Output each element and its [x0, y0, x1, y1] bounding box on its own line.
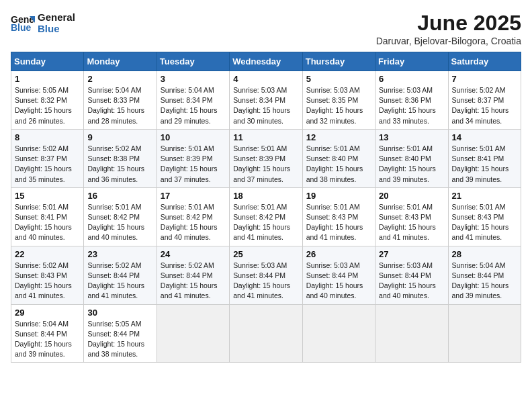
day-number: 27: [379, 249, 444, 259]
table-row: 5Sunrise: 5:03 AM Sunset: 8:35 PM Daylig…: [302, 71, 375, 130]
col-wednesday: Wednesday: [230, 52, 302, 71]
table-row: 2Sunrise: 5:04 AM Sunset: 8:33 PM Daylig…: [84, 71, 157, 130]
day-number: 21: [452, 191, 517, 201]
table-row: 20Sunrise: 5:01 AM Sunset: 8:43 PM Dayli…: [375, 187, 448, 246]
svg-text:Blue: Blue: [11, 22, 32, 33]
day-info: Sunrise: 5:04 AM Sunset: 8:44 PM Dayligh…: [452, 261, 517, 302]
day-info: Sunrise: 5:01 AM Sunset: 8:42 PM Dayligh…: [161, 202, 226, 243]
table-row: 28Sunrise: 5:04 AM Sunset: 8:44 PM Dayli…: [448, 246, 521, 304]
day-info: Sunrise: 5:01 AM Sunset: 8:42 PM Dayligh…: [233, 202, 298, 243]
logo: General Blue General Blue: [11, 11, 75, 35]
table-row: 24Sunrise: 5:02 AM Sunset: 8:44 PM Dayli…: [157, 246, 229, 304]
day-number: 19: [306, 191, 371, 201]
day-info: Sunrise: 5:04 AM Sunset: 8:33 PM Dayligh…: [87, 85, 152, 126]
table-row: 12Sunrise: 5:01 AM Sunset: 8:40 PM Dayli…: [302, 129, 375, 187]
day-number: 1: [15, 74, 80, 84]
col-friday: Friday: [375, 52, 448, 71]
day-info: Sunrise: 5:03 AM Sunset: 8:34 PM Dayligh…: [233, 85, 298, 126]
day-info: Sunrise: 5:02 AM Sunset: 8:38 PM Dayligh…: [87, 144, 152, 185]
table-row: 26Sunrise: 5:03 AM Sunset: 8:44 PM Dayli…: [302, 246, 375, 304]
day-number: 10: [161, 132, 226, 142]
table-row: 30Sunrise: 5:05 AM Sunset: 8:44 PM Dayli…: [84, 304, 157, 363]
table-row: 6Sunrise: 5:03 AM Sunset: 8:36 PM Daylig…: [375, 71, 448, 130]
table-row: 27Sunrise: 5:03 AM Sunset: 8:44 PM Dayli…: [375, 246, 448, 304]
day-number: 17: [161, 191, 226, 201]
day-info: Sunrise: 5:02 AM Sunset: 8:37 PM Dayligh…: [15, 144, 80, 185]
day-number: 30: [87, 308, 152, 318]
title-block: June 2025 Daruvar, Bjelovar-Bilogora, Cr…: [376, 11, 521, 46]
day-number: 16: [87, 191, 152, 201]
table-row: 13Sunrise: 5:01 AM Sunset: 8:40 PM Dayli…: [375, 129, 448, 187]
table-row: 17Sunrise: 5:01 AM Sunset: 8:42 PM Dayli…: [157, 187, 229, 246]
table-row: 4Sunrise: 5:03 AM Sunset: 8:34 PM Daylig…: [230, 71, 302, 130]
day-number: 3: [161, 74, 226, 84]
day-info: Sunrise: 5:01 AM Sunset: 8:40 PM Dayligh…: [306, 144, 371, 185]
day-info: Sunrise: 5:01 AM Sunset: 8:43 PM Dayligh…: [379, 202, 444, 243]
day-info: Sunrise: 5:03 AM Sunset: 8:44 PM Dayligh…: [379, 261, 444, 302]
day-info: Sunrise: 5:01 AM Sunset: 8:43 PM Dayligh…: [452, 202, 517, 243]
day-number: 12: [306, 132, 371, 142]
col-monday: Monday: [84, 52, 157, 71]
day-number: 28: [452, 249, 517, 259]
day-number: 24: [161, 249, 226, 259]
day-info: Sunrise: 5:03 AM Sunset: 8:36 PM Dayligh…: [379, 85, 444, 126]
table-row: 1Sunrise: 5:05 AM Sunset: 8:32 PM Daylig…: [11, 71, 84, 130]
day-number: 5: [306, 74, 371, 84]
day-info: Sunrise: 5:02 AM Sunset: 8:37 PM Dayligh…: [452, 85, 517, 126]
table-row: 19Sunrise: 5:01 AM Sunset: 8:43 PM Dayli…: [302, 187, 375, 246]
day-number: 14: [452, 132, 517, 142]
col-thursday: Thursday: [302, 52, 375, 71]
day-number: 18: [233, 191, 298, 201]
month-title: June 2025: [376, 11, 521, 36]
day-info: Sunrise: 5:01 AM Sunset: 8:39 PM Dayligh…: [233, 144, 298, 185]
table-row: 23Sunrise: 5:02 AM Sunset: 8:44 PM Dayli…: [84, 246, 157, 304]
table-row: 7Sunrise: 5:02 AM Sunset: 8:37 PM Daylig…: [448, 71, 521, 130]
day-number: 2: [87, 74, 152, 84]
day-info: Sunrise: 5:03 AM Sunset: 8:44 PM Dayligh…: [306, 261, 371, 302]
logo-line2: Blue: [38, 23, 75, 34]
location: Daruvar, Bjelovar-Bilogora, Croatia: [376, 36, 521, 46]
day-info: Sunrise: 5:03 AM Sunset: 8:35 PM Dayligh…: [306, 85, 371, 126]
logo-icon: General Blue: [11, 11, 35, 35]
day-number: 20: [379, 191, 444, 201]
day-number: 15: [15, 191, 80, 201]
day-info: Sunrise: 5:01 AM Sunset: 8:40 PM Dayligh…: [379, 144, 444, 185]
day-number: 9: [87, 132, 152, 142]
day-number: 13: [379, 132, 444, 142]
table-row: 3Sunrise: 5:04 AM Sunset: 8:34 PM Daylig…: [157, 71, 229, 130]
day-info: Sunrise: 5:05 AM Sunset: 8:32 PM Dayligh…: [15, 85, 80, 126]
table-row: 29Sunrise: 5:04 AM Sunset: 8:44 PM Dayli…: [11, 304, 84, 363]
day-info: Sunrise: 5:01 AM Sunset: 8:43 PM Dayligh…: [306, 202, 371, 243]
table-row: 11Sunrise: 5:01 AM Sunset: 8:39 PM Dayli…: [230, 129, 302, 187]
day-info: Sunrise: 5:01 AM Sunset: 8:41 PM Dayligh…: [15, 202, 80, 243]
logo-line1: General: [38, 11, 75, 23]
table-row: [448, 304, 521, 363]
table-row: 22Sunrise: 5:02 AM Sunset: 8:43 PM Dayli…: [11, 246, 84, 304]
page-header: General Blue General Blue June 2025 Daru…: [11, 11, 521, 46]
col-saturday: Saturday: [448, 52, 521, 71]
day-info: Sunrise: 5:03 AM Sunset: 8:44 PM Dayligh…: [233, 261, 298, 302]
day-info: Sunrise: 5:02 AM Sunset: 8:44 PM Dayligh…: [161, 261, 226, 302]
table-row: 16Sunrise: 5:01 AM Sunset: 8:42 PM Dayli…: [84, 187, 157, 246]
table-row: 25Sunrise: 5:03 AM Sunset: 8:44 PM Dayli…: [230, 246, 302, 304]
day-info: Sunrise: 5:01 AM Sunset: 8:41 PM Dayligh…: [452, 144, 517, 185]
calendar-header-row: Sunday Monday Tuesday Wednesday Thursday…: [11, 52, 521, 71]
table-row: [375, 304, 448, 363]
day-number: 29: [15, 308, 80, 318]
table-row: 8Sunrise: 5:02 AM Sunset: 8:37 PM Daylig…: [11, 129, 84, 187]
table-row: [230, 304, 302, 363]
day-number: 4: [233, 74, 298, 84]
table-row: 14Sunrise: 5:01 AM Sunset: 8:41 PM Dayli…: [448, 129, 521, 187]
table-row: 10Sunrise: 5:01 AM Sunset: 8:39 PM Dayli…: [157, 129, 229, 187]
day-number: 25: [233, 249, 298, 259]
table-row: [157, 304, 229, 363]
col-tuesday: Tuesday: [157, 52, 229, 71]
day-info: Sunrise: 5:02 AM Sunset: 8:44 PM Dayligh…: [87, 261, 152, 302]
table-row: 15Sunrise: 5:01 AM Sunset: 8:41 PM Dayli…: [11, 187, 84, 246]
table-row: 21Sunrise: 5:01 AM Sunset: 8:43 PM Dayli…: [448, 187, 521, 246]
day-info: Sunrise: 5:04 AM Sunset: 8:34 PM Dayligh…: [161, 85, 226, 126]
col-sunday: Sunday: [11, 52, 84, 71]
day-info: Sunrise: 5:01 AM Sunset: 8:42 PM Dayligh…: [87, 202, 152, 243]
day-info: Sunrise: 5:02 AM Sunset: 8:43 PM Dayligh…: [15, 261, 80, 302]
day-info: Sunrise: 5:01 AM Sunset: 8:39 PM Dayligh…: [161, 144, 226, 185]
